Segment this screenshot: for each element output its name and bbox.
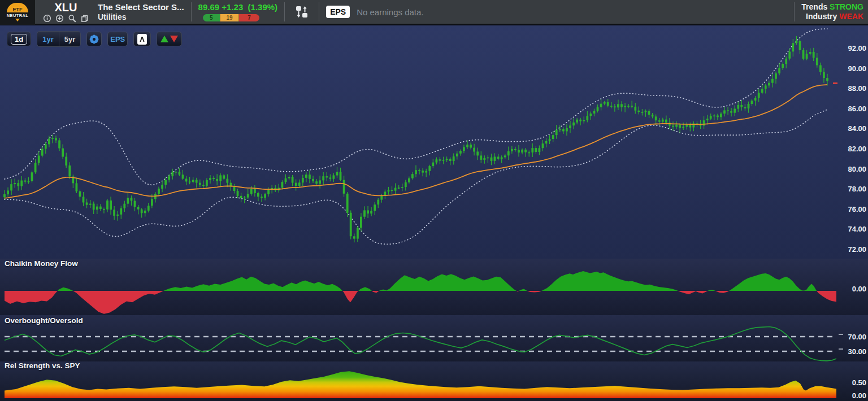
industry-label: Industry xyxy=(806,12,837,21)
etf-gauge-icon: ETF xyxy=(7,3,28,12)
price-change-pct: (1.39%) xyxy=(248,2,278,12)
header-divider xyxy=(319,2,319,21)
price-chart-background xyxy=(0,25,868,259)
last-price: 89.69 xyxy=(198,2,220,12)
eps-message: No earnings data. xyxy=(357,7,423,17)
security-sector: Utilities xyxy=(98,12,184,22)
header-divider xyxy=(284,2,285,21)
ticker-block: XLU xyxy=(43,2,89,23)
range-1yr-button[interactable]: 1yr xyxy=(37,32,59,46)
pdf-icon xyxy=(137,34,147,45)
add-circle-icon[interactable] xyxy=(55,14,64,23)
bullish-signal-icon xyxy=(160,36,168,42)
app-header: ETF NEUTRAL XLU xyxy=(0,0,868,25)
price-change: +1.23 xyxy=(222,2,243,12)
copy-window-icon[interactable] xyxy=(80,14,89,23)
trends-label: Trends xyxy=(801,2,827,11)
power-gauge-bar[interactable]: 5 19 7 xyxy=(203,14,259,21)
ticker-symbol: XLU xyxy=(55,2,77,14)
security-name: The Select Sector S... xyxy=(98,2,184,12)
power-gauge-neutral-count: 19 xyxy=(220,14,239,21)
bearish-signal-icon xyxy=(170,36,178,42)
price-block: 89.69 +1.23 (1.39%) 5 19 7 xyxy=(198,2,278,21)
header-divider xyxy=(794,2,795,21)
power-gauge-bullish-count: 5 xyxy=(203,14,220,21)
price-quote: 89.69 +1.23 (1.39%) xyxy=(198,2,278,12)
cmf-panel-title: Chaikin Money Flow xyxy=(5,259,78,268)
relstrength-panel-title: Rel Strength vs. SPY xyxy=(5,361,80,370)
range-1d-button[interactable]: 1d xyxy=(7,32,31,46)
compare-button[interactable] xyxy=(292,2,312,21)
info-icon[interactable] xyxy=(43,14,51,23)
settings-gear-icon xyxy=(90,36,98,43)
range-group: 1yr 5yr xyxy=(37,31,81,47)
rating-dropdown-caret-icon xyxy=(15,19,20,21)
pdf-export-button[interactable] xyxy=(133,32,151,46)
etf-gauge-label: ETF xyxy=(13,7,23,12)
etf-rating-status: NEUTRAL xyxy=(7,13,29,18)
obos-panel-background xyxy=(0,315,868,361)
chart-settings-button[interactable] xyxy=(86,32,102,46)
security-name-block: The Select Sector S... Utilities xyxy=(98,2,184,22)
signals-toggle-button[interactable] xyxy=(157,32,182,46)
ticker-action-icons xyxy=(43,14,89,23)
trends-block: Trends STRONG Industry WEAK xyxy=(801,2,863,21)
search-icon[interactable] xyxy=(68,14,76,23)
industry-value: WEAK xyxy=(839,12,863,21)
trends-value: STRONG xyxy=(830,2,863,11)
chart-toolbar: 1d 1yr 5yr EPS xyxy=(7,31,182,47)
eps-header-badge: EPS xyxy=(326,6,350,18)
compare-icon xyxy=(294,5,309,19)
range-5yr-button[interactable]: 5yr xyxy=(59,32,81,46)
header-divider xyxy=(191,2,192,21)
eps-overlay-button[interactable]: EPS xyxy=(107,32,128,46)
relstrength-panel-background xyxy=(0,361,868,401)
cmf-panel-background xyxy=(0,259,868,315)
etf-rating-badge[interactable]: ETF NEUTRAL xyxy=(0,0,35,25)
power-gauge-bearish-count: 7 xyxy=(239,14,259,21)
obos-panel-title: Overbought/Oversold xyxy=(5,316,83,325)
